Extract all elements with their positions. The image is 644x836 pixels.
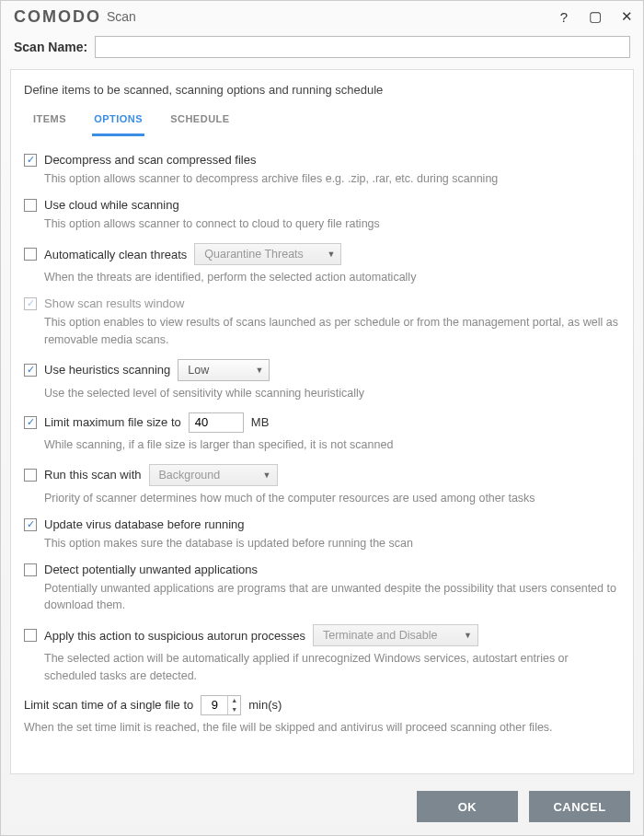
- select-autoclean-action: Quarantine Threats ▼: [194, 243, 341, 265]
- spinner-up-icon[interactable]: ▲: [228, 696, 240, 705]
- desc-pua: Potentially unwanted applications are pr…: [44, 580, 620, 613]
- spinner-timelimit[interactable]: ▲ ▼: [201, 695, 241, 715]
- option-heuristics: ✓ Use heuristics scanning Low ▼ Use the …: [24, 359, 620, 401]
- option-results: ✓ Show scan results window This option e…: [24, 296, 620, 347]
- checkbox-results: ✓: [24, 297, 37, 310]
- unit-min: min(s): [248, 698, 282, 712]
- label-priority: Run this scan with: [44, 468, 142, 482]
- desc-heuristics: Use the selected level of sensitivity wh…: [44, 385, 620, 401]
- label-cloud: Use cloud while scanning: [44, 198, 179, 212]
- select-autorun-value: Terminate and Disable: [323, 629, 437, 642]
- scan-name-input[interactable]: [95, 36, 630, 58]
- label-autoclean: Automatically clean threats: [44, 248, 187, 261]
- label-heuristics: Use heuristics scanning: [44, 363, 170, 377]
- desc-results: This option enables to view results of s…: [44, 314, 620, 347]
- footer: OK CANCEL: [1, 782, 643, 835]
- label-update: Update virus database before running: [44, 517, 245, 531]
- desc-update: This option makes sure the database is u…: [44, 535, 620, 552]
- input-timelimit[interactable]: [201, 696, 227, 714]
- desc-autorun: The selected action will be automaticall…: [44, 650, 620, 683]
- dialog-title: Scan: [107, 9, 136, 24]
- select-autorun-action: Terminate and Disable ▼: [313, 624, 478, 646]
- checkbox-heuristics[interactable]: ✓: [24, 364, 37, 377]
- titlebar: COMODO Scan ? ▢ ✕: [1, 1, 643, 30]
- desc-cloud: This option allows scanner to connect to…: [44, 215, 620, 232]
- desc-timelimit: When the set time limit is reached, the …: [24, 719, 620, 736]
- scan-name-label: Scan Name:: [14, 40, 87, 54]
- chevron-down-icon: ▼: [255, 366, 263, 375]
- checkbox-pua[interactable]: [24, 563, 37, 576]
- checkbox-autorun[interactable]: [24, 629, 37, 642]
- option-update: ✓ Update virus database before running T…: [24, 517, 620, 552]
- option-maxfile: ✓ Limit maximum file size to MB While sc…: [24, 412, 620, 453]
- checkbox-decompress[interactable]: ✓: [24, 154, 37, 167]
- window-controls: ? ▢ ✕: [557, 9, 634, 24]
- unit-mb: MB: [251, 415, 270, 429]
- option-autoclean: Automatically clean threats Quarantine T…: [24, 243, 620, 285]
- tab-items[interactable]: ITEMS: [31, 106, 68, 136]
- option-timelimit: Limit scan time of a single file to ▲ ▼ …: [24, 695, 620, 736]
- checkbox-priority[interactable]: [24, 469, 37, 482]
- option-decompress: ✓ Decompress and scan compressed files T…: [24, 153, 620, 187]
- chevron-down-icon: ▼: [327, 250, 335, 259]
- desc-decompress: This option allows scanner to decompress…: [44, 170, 620, 187]
- select-heuristics-value: Low: [188, 364, 209, 377]
- select-autoclean-value: Quarantine Threats: [204, 248, 303, 261]
- label-timelimit: Limit scan time of a single file to: [24, 698, 193, 712]
- scan-name-row: Scan Name:: [1, 30, 643, 69]
- checkbox-autoclean[interactable]: [24, 248, 37, 261]
- label-autorun: Apply this action to suspicious autorun …: [44, 629, 305, 643]
- label-results: Show scan results window: [44, 296, 184, 310]
- option-pua: Detect potentially unwanted applications…: [24, 563, 620, 613]
- panel-description: Define items to be scanned, scanning opt…: [24, 83, 620, 97]
- brand-logo: COMODO: [14, 7, 101, 27]
- options-list: ✓ Decompress and scan compressed files T…: [24, 145, 620, 766]
- help-icon[interactable]: ?: [557, 9, 571, 24]
- spinner-down-icon[interactable]: ▼: [228, 705, 240, 714]
- desc-autoclean: When the threats are identified, perform…: [44, 269, 620, 285]
- label-decompress: Decompress and scan compressed files: [44, 153, 257, 167]
- desc-maxfile: While scanning, if a file size is larger…: [44, 436, 620, 453]
- select-priority: Background ▼: [149, 464, 278, 486]
- select-priority-value: Background: [159, 469, 221, 482]
- tab-options[interactable]: OPTIONS: [92, 106, 144, 136]
- checkbox-update[interactable]: ✓: [24, 518, 37, 531]
- input-maxfile-size[interactable]: [189, 412, 244, 433]
- checkbox-maxfile[interactable]: ✓: [24, 416, 37, 429]
- chevron-down-icon: ▼: [464, 631, 472, 640]
- option-priority: Run this scan with Background ▼ Priority…: [24, 464, 620, 506]
- label-pua: Detect potentially unwanted applications: [44, 563, 258, 576]
- maximize-icon[interactable]: ▢: [588, 9, 603, 24]
- main-panel: Define items to be scanned, scanning opt…: [10, 69, 634, 774]
- label-maxfile: Limit maximum file size to: [44, 415, 181, 429]
- checkbox-cloud[interactable]: [24, 199, 37, 212]
- cancel-button[interactable]: CANCEL: [529, 791, 630, 822]
- scan-dialog: COMODO Scan ? ▢ ✕ Scan Name: Define item…: [0, 0, 644, 836]
- tabs: ITEMS OPTIONS SCHEDULE: [24, 106, 620, 136]
- tab-schedule[interactable]: SCHEDULE: [168, 106, 232, 136]
- close-icon[interactable]: ✕: [619, 9, 634, 24]
- desc-priority: Priority of scanner determines how much …: [44, 490, 620, 506]
- option-autorun: Apply this action to suspicious autorun …: [24, 624, 620, 683]
- select-heuristics-level[interactable]: Low ▼: [178, 359, 270, 381]
- chevron-down-icon: ▼: [263, 470, 271, 480]
- option-cloud: Use cloud while scanning This option all…: [24, 198, 620, 232]
- ok-button[interactable]: OK: [417, 791, 518, 822]
